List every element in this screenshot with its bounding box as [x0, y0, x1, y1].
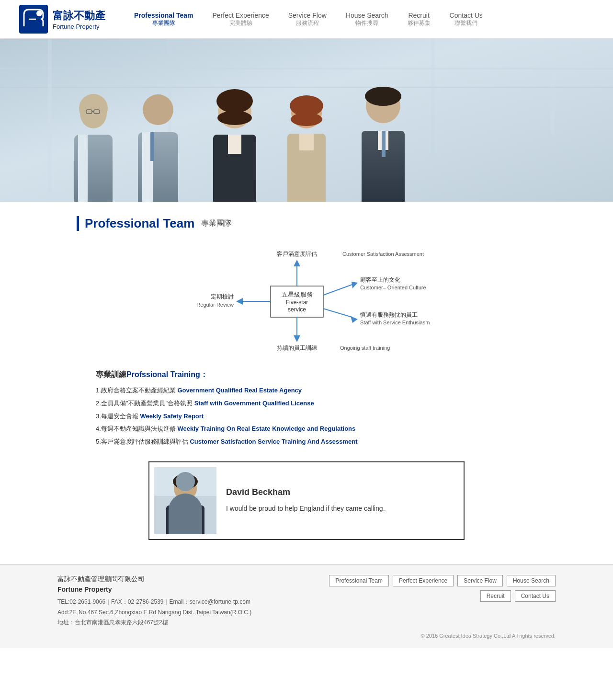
footer-btn-professional-team[interactable]: Professional Team	[329, 575, 389, 586]
svg-rect-24	[228, 135, 241, 154]
training-item-2-cn: 2.全員具備"不動產營業員"合格執照	[96, 400, 194, 407]
svg-point-21	[216, 89, 253, 113]
section-title-cn: 專業團隊	[201, 218, 232, 229]
svg-point-62	[173, 474, 198, 489]
footer-address-en: Add:2F.,No.467,Sec.6,Zhongxiao E.Rd Nang…	[57, 608, 306, 618]
footer-company-en: Fortune Property	[57, 585, 306, 593]
training-item-1: 1.政府合格立案不動產經紀業 Government Qualified Real…	[96, 386, 536, 396]
nav-house-search-cn: 物件搜尋	[346, 19, 388, 27]
nav-professional-team[interactable]: Professional Team 專業團隊	[134, 11, 193, 27]
nav-service-flow[interactable]: Service Flow 服務流程	[288, 11, 327, 27]
footer-company-cn: 富詠不動產管理顧問有限公司	[57, 575, 306, 584]
svg-marker-56	[351, 316, 358, 323]
svg-marker-48	[236, 298, 243, 305]
footer-company-info: 富詠不動產管理顧問有限公司 Fortune Property TEL:02-26…	[57, 575, 306, 628]
training-title-cn: 專業訓練	[96, 370, 126, 379]
svg-text:定期檢討: 定期檢討	[211, 293, 234, 300]
svg-rect-5	[48, 39, 52, 202]
training-title: 專業訓練Profssional Training：	[96, 370, 536, 380]
logo-area: 富詠不動產 Fortune Property	[19, 5, 105, 34]
training-item-4: 4.每週不動產知識與法規進修 Weekly Training On Real E…	[96, 424, 536, 434]
testimonial-text-area: David Beckham I would be proud to help E…	[226, 487, 459, 514]
nav-perfect-experience[interactable]: Perfect Experience 完美體驗	[212, 11, 269, 27]
nav-house-search[interactable]: House Search 物件搜尋	[346, 11, 388, 27]
nav-recruit-en: Recruit	[408, 11, 431, 19]
training-item-5-cn: 5.客戶滿意度評估服務訓練與評估	[96, 438, 190, 445]
svg-point-1	[36, 11, 42, 16]
nav-perfect-experience-en: Perfect Experience	[212, 11, 269, 19]
testimonial-person-photo	[154, 467, 216, 534]
section-title: Professional Team 專業團隊	[77, 216, 536, 231]
svg-point-16	[143, 94, 173, 125]
section-title-en: Professional Team	[85, 216, 194, 231]
svg-rect-4	[0, 87, 613, 88]
footer: 富詠不動產管理顧問有限公司 Fortune Property TEL:02-26…	[0, 564, 613, 648]
svg-rect-29	[299, 134, 314, 150]
main-nav: Professional Team 專業團隊 Perfect Experienc…	[134, 11, 483, 27]
svg-text:Customer Satisfaction Assessme: Customer Satisfaction Assessment	[342, 251, 424, 257]
header: 富詠不動產 Fortune Property Professional Team…	[0, 0, 613, 39]
svg-point-31	[365, 87, 401, 106]
svg-rect-8	[551, 39, 555, 135]
nav-professional-team-en: Professional Team	[134, 11, 193, 19]
training-item-3-cn: 3.每週安全會報	[96, 413, 140, 420]
training-item-4-en: Weekly Training On Real Estate Knowledge…	[177, 425, 355, 432]
logo-en: Fortune Property	[53, 23, 105, 30]
svg-rect-34	[382, 131, 386, 157]
footer-top: 富詠不動產管理顧問有限公司 Fortune Property TEL:02-26…	[57, 575, 556, 628]
nav-perfect-experience-cn: 完美體驗	[212, 19, 269, 27]
footer-btn-service-flow[interactable]: Service Flow	[457, 575, 503, 586]
svg-text:Regular Review: Regular Review	[196, 302, 234, 308]
svg-text:Staff with Service Enthusiasm: Staff with Service Enthusiasm	[360, 320, 430, 325]
main-content: Professional Team 專業團隊 五星級服務 Five-star s…	[57, 202, 556, 564]
footer-address-cn: 地址：台北市南港區忠孝東路六段467號2樓	[57, 618, 306, 628]
training-item-1-en: Government Qualified Real Estate Agency	[177, 387, 302, 394]
svg-text:持續的員工訓練: 持續的員工訓練	[277, 344, 317, 351]
svg-point-61	[174, 477, 197, 500]
svg-line-55	[323, 309, 352, 317]
svg-marker-40	[294, 260, 300, 266]
footer-btn-contact-us[interactable]: Contact Us	[515, 590, 556, 602]
training-item-3-en: Weekly Safety Report	[140, 413, 204, 420]
svg-text:service: service	[288, 306, 306, 313]
footer-contact-details: TEL:02-2651-9066｜FAX：02-2786-2539｜Email：…	[57, 597, 306, 628]
svg-rect-3	[0, 68, 613, 69]
svg-point-10	[79, 94, 108, 123]
svg-rect-65	[184, 505, 187, 517]
svg-text:客戶滿意度評估: 客戶滿意度評估	[277, 251, 317, 257]
testimonial-quote: I would be proud to help England if they…	[226, 503, 459, 514]
nav-house-search-en: House Search	[346, 11, 388, 19]
testimonial-name: David Beckham	[226, 487, 459, 497]
testimonial-card: David Beckham I would be proud to help E…	[148, 461, 465, 540]
svg-rect-19	[150, 132, 154, 161]
training-section: 專業訓練Profssional Training： 1.政府合格立案不動產經紀業…	[77, 370, 536, 447]
training-item-5: 5.客戶滿意度評估服務訓練與評估 Customer Satisfaction S…	[96, 437, 536, 447]
logo-icon	[19, 5, 48, 34]
svg-text:Customer– Oriented Culture: Customer– Oriented Culture	[360, 285, 426, 290]
training-item-2: 2.全員具備"不動產營業員"合格執照 Staff with Government…	[96, 399, 536, 409]
footer-copyright: © 2016 Greatest Idea Strategy Co.,Ltd Al…	[57, 633, 556, 639]
nav-service-flow-cn: 服務流程	[288, 19, 327, 27]
training-item-3: 3.每週安全會報 Weekly Safety Report	[96, 412, 536, 422]
nav-contact-us-en: Contact Us	[450, 11, 483, 19]
nav-recruit-cn: 夥伴募集	[408, 19, 431, 27]
svg-point-22	[217, 111, 252, 125]
testimonial-photo	[154, 467, 216, 534]
nav-contact-us[interactable]: Contact Us 聯繫我們	[450, 11, 483, 27]
svg-rect-64	[182, 505, 189, 520]
svg-point-27	[291, 113, 322, 126]
footer-tel: TEL:02-2651-9066｜FAX：02-2786-2539｜Email：…	[57, 597, 306, 608]
svg-text:五星級服務: 五星級服務	[282, 291, 313, 298]
nav-recruit[interactable]: Recruit 夥伴募集	[408, 11, 431, 27]
training-item-2-en: Staff with Government Qualified License	[194, 400, 314, 407]
footer-btn-house-search[interactable]: House Search	[507, 575, 556, 586]
training-item-5-en: Customer Satisfaction Service Training A…	[190, 438, 357, 445]
svg-text:顧客至上的文化: 顧客至上的文化	[360, 276, 400, 283]
nav-professional-team-cn: 專業團隊	[134, 19, 193, 27]
footer-btn-recruit[interactable]: Recruit	[480, 590, 511, 602]
svg-text:Ongoing staff training: Ongoing staff training	[340, 345, 390, 351]
svg-marker-52	[352, 282, 358, 288]
svg-text:慎選有服務熱忱的員工: 慎選有服務熱忱的員工	[360, 311, 418, 318]
footer-btn-perfect-experience[interactable]: Perfect Experience	[393, 575, 454, 586]
svg-line-51	[323, 285, 352, 295]
